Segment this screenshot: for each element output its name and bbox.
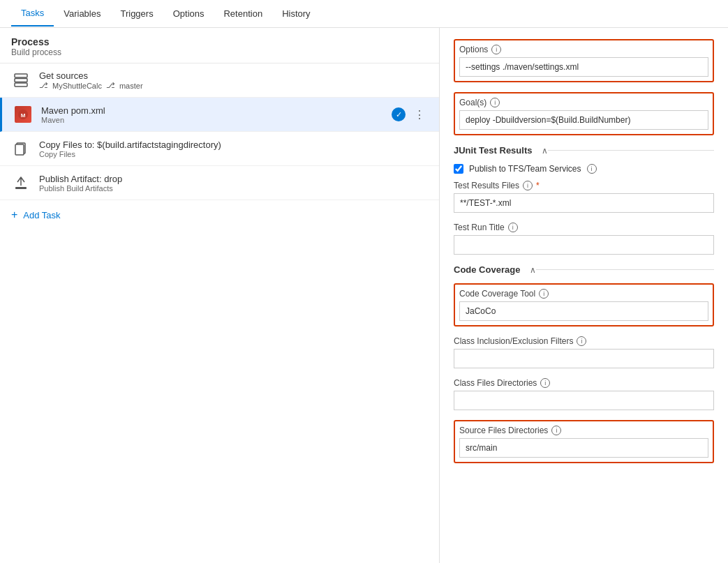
- code-coverage-tool-input[interactable]: [459, 301, 708, 321]
- test-results-files-label-text: Test Results Files: [454, 181, 519, 190]
- test-run-title-info-icon[interactable]: i: [508, 223, 518, 232]
- test-run-title-label: Test Run Title i: [454, 223, 714, 232]
- task-item-publish[interactable]: Publish Artifact: drop Publish Build Art…: [0, 166, 439, 200]
- class-files-group: Class Files Directories i: [454, 378, 714, 410]
- process-header: Process Build process: [0, 28, 439, 63]
- process-title: Process: [11, 36, 428, 47]
- class-files-input[interactable]: [454, 391, 714, 410]
- task-icon-copy: [11, 139, 31, 158]
- tab-retention[interactable]: Retention: [214, 1, 272, 26]
- svg-text:M: M: [21, 112, 26, 119]
- test-run-title-group: Test Run Title i: [454, 223, 714, 255]
- task-item-get-sources[interactable]: Get sources ⎇ MyShuttleCalc ⎇ master: [0, 63, 439, 98]
- branch-name: master: [119, 82, 143, 90]
- code-coverage-collapse-btn[interactable]: ∧: [530, 265, 536, 275]
- task-actions-maven: ✓ ⋮: [392, 107, 428, 123]
- code-coverage-section-line: [536, 269, 714, 270]
- publish-info-icon[interactable]: i: [587, 164, 597, 174]
- tab-tasks[interactable]: Tasks: [11, 1, 54, 27]
- test-results-files-group: Test Results Files i *: [454, 181, 714, 213]
- branch-icon2: ⎇: [106, 81, 115, 90]
- code-coverage-section-header: Code Coverage ∧: [454, 264, 714, 275]
- publish-checkbox[interactable]: [454, 164, 463, 174]
- code-coverage-section-title: Code Coverage: [454, 264, 520, 275]
- junit-collapse-btn[interactable]: ∧: [542, 146, 548, 156]
- test-results-required: *: [536, 181, 540, 190]
- options-input[interactable]: [459, 57, 708, 77]
- task-sub-publish: Publish Build Artifacts: [39, 184, 428, 193]
- test-results-files-label: Test Results Files i *: [454, 181, 714, 190]
- maven-logo: M: [15, 106, 31, 123]
- svg-rect-0: [15, 74, 27, 77]
- repo-name: MyShuttleCalc: [52, 82, 102, 90]
- options-info-icon[interactable]: i: [491, 45, 501, 54]
- code-coverage-tool-label: Code Coverage Tool i: [459, 289, 708, 299]
- junit-section-title: JUnit Test Results: [454, 145, 532, 156]
- source-files-input[interactable]: [459, 438, 708, 458]
- goals-input[interactable]: [459, 110, 708, 130]
- tab-variables[interactable]: Variables: [54, 1, 110, 26]
- junit-section-header: JUnit Test Results ∧: [454, 145, 714, 156]
- task-icon-maven: M: [13, 105, 33, 124]
- test-run-title-label-text: Test Run Title: [454, 223, 505, 232]
- goals-info-icon[interactable]: i: [490, 98, 500, 107]
- add-task-button[interactable]: + Add Task: [0, 200, 439, 230]
- add-icon: +: [11, 209, 17, 221]
- task-info-publish: Publish Artifact: drop Publish Build Art…: [39, 174, 428, 193]
- task-info-copy: Copy Files to: $(build.artifactstagingdi…: [39, 140, 428, 158]
- test-results-files-input[interactable]: [454, 193, 714, 213]
- class-files-info-icon[interactable]: i: [540, 378, 550, 388]
- goals-field-group: Goal(s) i: [454, 92, 714, 135]
- test-run-title-input[interactable]: [454, 235, 714, 255]
- main-content: Process Build process Get sources ⎇ MySh…: [0, 28, 728, 563]
- goals-label-text: Goal(s): [459, 98, 486, 107]
- task-sub-maven: Maven: [41, 116, 392, 124]
- svg-rect-2: [15, 83, 27, 87]
- task-icon-get-sources: [11, 70, 31, 90]
- task-item-maven[interactable]: M Maven pom.xml Maven ✓ ⋮: [0, 98, 439, 132]
- branch-icon: ⎇: [39, 81, 48, 90]
- task-info-get-sources: Get sources ⎇ MyShuttleCalc ⎇ master: [39, 70, 428, 90]
- publish-checkbox-row: Publish to TFS/Team Services i: [454, 164, 714, 174]
- top-navigation: Tasks Variables Triggers Options Retenti…: [0, 0, 728, 28]
- task-item-copy-files[interactable]: Copy Files to: $(build.artifactstagingdi…: [0, 132, 439, 166]
- goals-label: Goal(s) i: [459, 98, 708, 107]
- class-inclusion-group: Class Inclusion/Exclusion Filters i: [454, 336, 714, 368]
- test-results-info-icon[interactable]: i: [523, 181, 533, 190]
- svg-rect-6: [15, 144, 24, 155]
- junit-section-line: [548, 150, 714, 151]
- class-inclusion-input[interactable]: [454, 349, 714, 368]
- class-inclusion-info-icon[interactable]: i: [577, 336, 586, 346]
- svg-rect-1: [15, 79, 27, 82]
- add-task-label: Add Task: [23, 210, 60, 220]
- process-subtitle: Build process: [11, 47, 428, 57]
- task-name-maven: Maven pom.xml: [41, 105, 392, 116]
- task-menu-maven[interactable]: ⋮: [411, 107, 428, 123]
- task-sub-copy: Copy Files: [39, 150, 428, 158]
- task-name-publish: Publish Artifact: drop: [39, 174, 428, 184]
- code-coverage-tool-group: Code Coverage Tool i: [454, 283, 714, 326]
- source-files-info-icon[interactable]: i: [551, 426, 561, 435]
- task-info-maven: Maven pom.xml Maven: [41, 105, 392, 124]
- source-files-group: Source Files Directories i: [454, 420, 714, 463]
- publish-checkbox-label: Publish to TFS/Team Services: [469, 164, 581, 174]
- options-field-group: Options i: [454, 39, 714, 82]
- code-coverage-tool-info-icon[interactable]: i: [539, 289, 549, 299]
- class-inclusion-label-text: Class Inclusion/Exclusion Filters: [454, 336, 573, 346]
- source-files-label-text: Source Files Directories: [459, 426, 548, 435]
- svg-rect-7: [15, 187, 27, 189]
- tab-options[interactable]: Options: [163, 1, 214, 26]
- class-inclusion-label: Class Inclusion/Exclusion Filters i: [454, 336, 714, 346]
- code-coverage-tool-label-text: Code Coverage Tool: [459, 289, 535, 299]
- tab-triggers[interactable]: Triggers: [110, 1, 163, 26]
- left-panel: Process Build process Get sources ⎇ MySh…: [0, 28, 440, 563]
- check-symbol: ✓: [396, 110, 402, 119]
- options-label-text: Options: [459, 45, 488, 54]
- branch-info: ⎇ MyShuttleCalc ⎇ master: [39, 81, 428, 90]
- task-icon-publish: [11, 173, 31, 193]
- task-name-copy: Copy Files to: $(build.artifactstagingdi…: [39, 140, 428, 150]
- source-files-label: Source Files Directories i: [459, 426, 708, 435]
- class-files-label-text: Class Files Directories: [454, 378, 537, 388]
- task-name-get-sources: Get sources: [39, 70, 428, 81]
- tab-history[interactable]: History: [272, 1, 320, 26]
